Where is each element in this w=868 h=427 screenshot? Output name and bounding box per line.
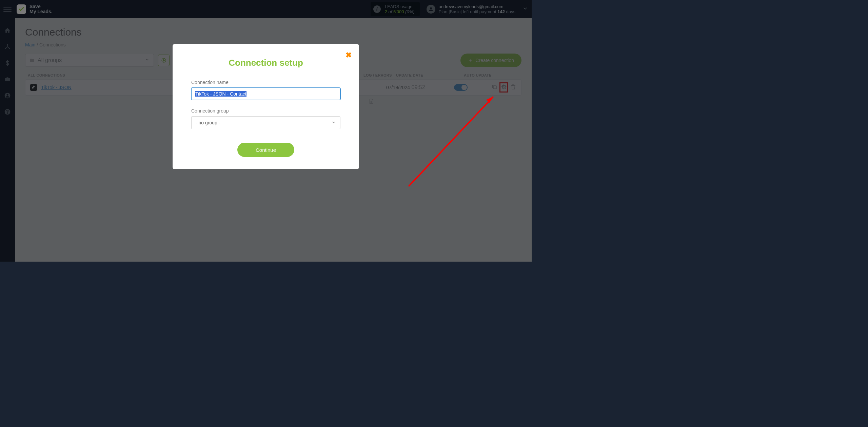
connection-group-select[interactable]: - no group - [191, 116, 340, 129]
modal-overlay[interactable]: ✖ Connection setup Connection name TikTo… [0, 0, 532, 262]
modal-title: Connection setup [191, 58, 340, 68]
connection-setup-modal: ✖ Connection setup Connection name TikTo… [173, 44, 359, 169]
continue-button[interactable]: Continue [237, 143, 294, 157]
close-icon[interactable]: ✖ [346, 51, 352, 60]
connection-name-input[interactable]: TikTok - JSON - Contact [191, 88, 340, 100]
connection-name-label: Connection name [191, 80, 340, 85]
connection-group-label: Connection group [191, 108, 340, 114]
chevron-down-icon [331, 120, 336, 126]
